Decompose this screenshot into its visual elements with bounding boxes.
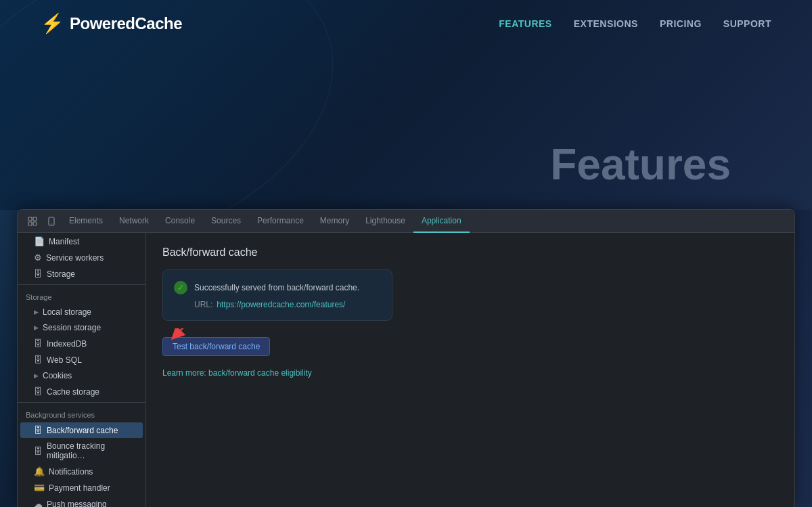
tab-memory[interactable]: Memory (312, 210, 357, 233)
nav-pricing[interactable]: PRICING (660, 18, 702, 29)
svg-rect-0 (28, 217, 32, 221)
sidebar-item-indexeddb[interactable]: 🗄 IndexedDB (20, 336, 143, 351)
sidebar-item-notifications[interactable]: 🔔 Notifications (20, 464, 143, 479)
sidebar-item-manifest[interactable]: 📄 Manifest (20, 234, 143, 249)
notifications-icon: 🔔 (34, 466, 45, 477)
nav-features[interactable]: FEATURES (499, 18, 551, 29)
test-back-forward-cache-button[interactable]: Test back/forward cache (162, 337, 270, 356)
learn-more-link[interactable]: Learn more: back/forward cache eligibili… (162, 368, 778, 378)
website-nav: ⚡ PoweredCache FEATURES EXTENSIONS PRICI… (0, 0, 812, 47)
sidebar-item-payment-handler[interactable]: 💳 Payment handler (20, 480, 143, 495)
tab-network[interactable]: Network (111, 210, 157, 233)
cookies-icon: ▶ (34, 372, 39, 379)
tab-sources[interactable]: Sources (203, 210, 249, 233)
devtools-icon-cursor[interactable] (23, 212, 42, 231)
main-content-area: Back/forward cache ✓ Successfully served… (146, 233, 794, 507)
sidebar-item-storage-top[interactable]: 🗄 Storage (20, 266, 143, 282)
sidebar-item-service-workers[interactable]: ⚙ Service workers (20, 250, 143, 265)
sidebar-label-local-storage: Local storage (43, 307, 91, 317)
tab-console[interactable]: Console (157, 210, 203, 233)
sidebar-item-websql[interactable]: 🗄 Web SQL (20, 352, 143, 368)
sidebar-item-push-messaging[interactable]: ☁ Push messaging (20, 496, 143, 507)
test-button-container: Test back/forward cache (162, 332, 270, 366)
sidebar-item-back-forward-cache[interactable]: 🗄 Back/forward cache (20, 422, 143, 438)
bg-services-section-label: Background services (26, 411, 95, 419)
sidebar-label-back-forward-cache: Back/forward cache (47, 426, 118, 435)
indexeddb-icon: 🗄 (34, 338, 43, 349)
sidebar-divider-2 (18, 402, 145, 403)
sidebar-section-bg-services: Background services (18, 405, 145, 422)
success-banner: ✓ Successfully served from back/forward … (162, 269, 392, 321)
sidebar-label-push-messaging: Push messaging (47, 500, 107, 508)
page-title: Back/forward cache (162, 246, 778, 259)
sidebar-label-payment-handler: Payment handler (49, 483, 110, 493)
svg-point-5 (51, 223, 52, 225)
push-messaging-icon: ☁ (34, 499, 43, 507)
devtools-icon-mobile[interactable] (42, 212, 61, 231)
session-storage-icon: ▶ (34, 324, 39, 331)
sidebar-item-cookies[interactable]: ▶ Cookies (20, 368, 143, 383)
nav-extensions[interactable]: EXTENSIONS (574, 18, 638, 29)
svg-rect-2 (28, 222, 32, 225)
nav-support[interactable]: SUPPORT (723, 18, 771, 29)
bounce-tracking-icon: 🗄 (34, 446, 43, 456)
website-background: ⚡ PoweredCache FEATURES EXTENSIONS PRICI… (0, 0, 812, 210)
tab-application[interactable]: Application (413, 210, 470, 233)
nav-links: FEATURES EXTENSIONS PRICING SUPPORT (499, 18, 771, 29)
logo-text: PoweredCache (70, 14, 182, 33)
sidebar-label-service-workers: Service workers (46, 253, 104, 263)
sidebar-label-indexeddb: IndexedDB (47, 339, 87, 349)
logo: ⚡ PoweredCache (41, 12, 182, 35)
tab-performance[interactable]: Performance (249, 210, 312, 233)
svg-rect-3 (33, 222, 37, 225)
sidebar-label-notifications: Notifications (49, 467, 93, 477)
sidebar-item-bounce-tracking[interactable]: 🗄 Bounce tracking mitigatio… (20, 439, 143, 463)
success-header: ✓ Successfully served from back/forward … (174, 281, 381, 294)
svg-rect-1 (33, 217, 37, 221)
success-check-icon: ✓ (174, 281, 187, 294)
sidebar-label-cache-storage: Cache storage (47, 387, 99, 397)
success-message: Successfully served from back/forward ca… (194, 283, 359, 292)
sidebar-divider-1 (18, 284, 145, 285)
devtools-sidebar: 📄 Manifest ⚙ Service workers 🗄 Storage S… (18, 233, 146, 507)
tab-lighthouse[interactable]: Lighthouse (357, 210, 413, 233)
sidebar-label-bounce-tracking: Bounce tracking mitigatio… (47, 441, 135, 460)
service-workers-icon: ⚙ (34, 252, 42, 263)
devtools-body: 📄 Manifest ⚙ Service workers 🗄 Storage S… (18, 233, 794, 507)
sidebar-item-local-storage[interactable]: ▶ Local storage (20, 305, 143, 319)
sidebar-item-cache-storage[interactable]: 🗄 Cache storage (20, 384, 143, 399)
sidebar-label-manifest: Manifest (49, 237, 79, 246)
cache-storage-icon: 🗄 (34, 387, 43, 397)
devtools-tabs-bar: Elements Network Console Sources Perform… (18, 210, 794, 233)
url-row: URL: https://poweredcache.com/features/ (174, 300, 381, 309)
local-storage-icon: ▶ (34, 309, 39, 315)
manifest-icon: 📄 (34, 236, 45, 246)
payment-handler-icon: 💳 (34, 483, 45, 493)
sidebar-item-session-storage[interactable]: ▶ Session storage (20, 320, 143, 335)
logo-bolt-icon: ⚡ (41, 12, 64, 35)
hero-title: Features (550, 139, 731, 190)
url-label: URL: (194, 300, 212, 309)
sidebar-section-storage: Storage (18, 288, 145, 304)
sidebar-label-storage-top: Storage (47, 269, 75, 279)
storage-top-icon: 🗄 (34, 269, 43, 279)
tab-elements[interactable]: Elements (61, 210, 111, 233)
sidebar-label-cookies: Cookies (43, 371, 72, 380)
sidebar-label-websql: Web SQL (47, 355, 82, 365)
sidebar-label-session-storage: Session storage (43, 323, 101, 332)
url-value: https://poweredcache.com/features/ (217, 300, 345, 309)
storage-section-label: Storage (26, 293, 52, 301)
websql-icon: 🗄 (34, 355, 43, 365)
devtools-panel: Elements Network Console Sources Perform… (17, 209, 795, 507)
back-forward-cache-icon: 🗄 (34, 425, 43, 435)
